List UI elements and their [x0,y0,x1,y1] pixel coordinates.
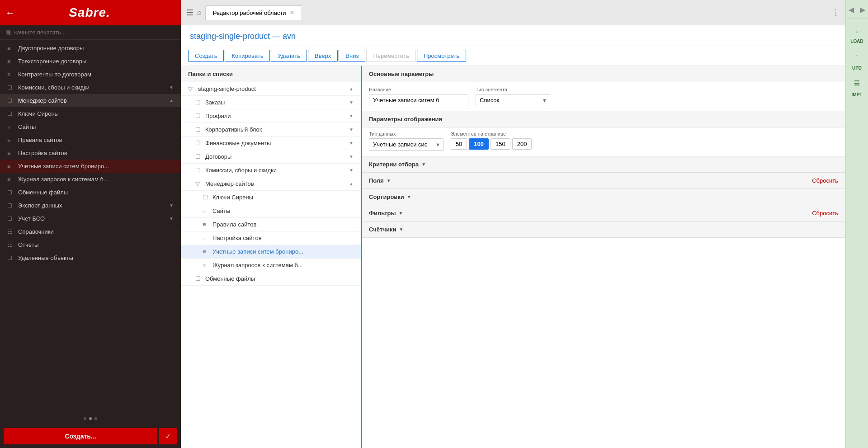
filters-header[interactable]: Фильтры ▼ Сбросить [362,205,845,221]
sidebar-item-site-rules[interactable]: ≡ Правила сайтов [0,133,181,146]
update-button[interactable]: ↑ [848,48,866,65]
back-button[interactable]: ← [5,8,14,18]
tab-close-button[interactable]: ✕ [290,9,294,16]
menu-button[interactable]: ☰ [186,8,193,18]
more-button[interactable]: ⋮ [832,8,840,18]
sidebar-item-bso[interactable]: ☐ Учет БСО ▼ [0,212,181,225]
folder-icon: ☐ [7,203,14,209]
chevron-down-icon: ▼ [349,168,354,173]
folder-sites[interactable]: ≡ Сайты [181,204,361,218]
folder-site-manager[interactable]: ▽ Менеджер сайтов ▲ [181,177,361,191]
fields-header[interactable]: Поля ▼ Сбросить [362,173,845,189]
chevron-down-icon: ▼ [421,162,426,167]
filter-icon: ▦ [5,29,11,36]
chevron-down-icon: ▼ [169,85,174,90]
search-input[interactable] [14,29,175,36]
sidebar-item-counterparties[interactable]: ≡ Контрагенты по договорам [0,68,181,81]
sidebar-item-site-settings[interactable]: ≡ Настройка сайтов [0,146,181,160]
folder-root-item[interactable]: ▽ staging-single-product ▲ [181,82,361,96]
display-params-header: Параметры отображения [362,111,845,127]
down-button[interactable]: Вниз [339,50,365,62]
page-count-150[interactable]: 150 [491,138,510,150]
reset-filters-button[interactable]: Сбросить [812,210,838,217]
list-icon: ≡ [7,58,14,65]
chevron-down-icon: ▼ [349,141,354,146]
import-icon[interactable]: ☷ [848,75,866,91]
create-item-button[interactable]: Создать [188,50,224,62]
grid-icon: ☷ [7,229,14,235]
name-input[interactable] [369,94,468,106]
chevron-down-icon: ▼ [349,100,354,105]
move-button[interactable]: Переместить [366,50,416,62]
sidebar-item-directories[interactable]: ☷ Справочники [0,225,181,238]
chevron-down-icon: ▼ [169,203,174,208]
list-icon: ≡ [203,248,210,255]
sidebar-item-site-manager[interactable]: ☐ Менеджер сайтов ▲ [0,94,181,107]
sidebar-footer: Создать... ✓ [0,424,181,448]
folder-fin-docs[interactable]: ☐ Финансовые документы ▼ [181,137,361,150]
folder-profiles[interactable]: ☐ Профили ▼ [181,109,361,123]
up-button[interactable]: Вверх [308,50,338,62]
sidebar-item-trilateral[interactable]: ≡ Трехсторонние договоры [0,55,181,68]
page-count-100[interactable]: 100 [469,138,489,150]
list-icon: ≡ [203,235,210,241]
data-type-field: Тип данных Учетные записи сис ▼ [369,131,443,151]
reset-fields-button[interactable]: Сбросить [812,177,838,184]
sidebar-item-request-log[interactable]: ≡ Журнал запросов к системам б... [0,173,181,186]
sidebar-item-bilateral[interactable]: ≡ Двусторонние договоры [0,42,181,55]
expand-icon: ▽ [195,180,203,187]
sidebar-nav: ≡ Двусторонние договоры ≡ Трехсторонние … [0,40,181,413]
home-button[interactable]: ⌂ [197,9,202,17]
upd-label: UPD [852,66,862,71]
filters-section: Фильтры ▼ Сбросить [362,205,845,222]
folder-request-log[interactable]: ≡ Журнал запросов к системам б... [181,259,361,272]
nav-next-button[interactable]: ▶ [857,4,868,16]
create-button[interactable]: Создать... [4,428,157,444]
sidebar-item-exchange-files[interactable]: ☐ Обменные файлы [0,186,181,199]
counters-header[interactable]: Счётчики ▼ [362,222,845,237]
delete-button[interactable]: Удалить [271,50,307,62]
page-count-200[interactable]: 200 [512,138,532,150]
folder-icon: ☐ [7,216,14,222]
report-icon: ☷ [7,242,14,248]
chevron-down-icon: ▼ [349,127,354,132]
sorting-title: Сортировки [369,193,404,200]
criteria-header[interactable]: Критерии отбора ▼ [362,156,845,172]
copy-button[interactable]: Копировать [225,50,270,62]
sorting-header[interactable]: Сортировки ▼ [362,189,845,205]
sidebar-item-data-export[interactable]: ☐ Экспорт данных ▼ [0,199,181,212]
folder-orders[interactable]: ☐ Заказы ▼ [181,96,361,109]
view-button[interactable]: Просмотреть [417,50,466,62]
folder-siren-keys[interactable]: ☐ Ключи Сирены [181,191,361,204]
folder-corp-block[interactable]: ☐ Корпоративный блок ▼ [181,123,361,137]
folder-icon: ☐ [195,99,203,106]
create-chevron-button[interactable]: ✓ [159,428,177,444]
sidebar-item-remote-objects[interactable]: ☐ Удаленные объекты [0,251,181,264]
folder-commissions[interactable]: ☐ Комиссии, сборы и скидки ▼ [181,164,361,177]
chevron-down-icon: ▼ [169,216,174,221]
nav-prev-button[interactable]: ◀ [846,4,857,16]
type-select[interactable]: Список [476,94,539,106]
sidebar-item-siren-keys[interactable]: ☐ Ключи Сирены [0,107,181,120]
folder-site-settings[interactable]: ≡ Настройка сайтов [181,231,361,245]
sidebar-item-commissions[interactable]: ☐ Комиссии, сборы и скидки ▼ [0,81,181,94]
folders-panel: Папки и списки ▽ staging-single-product … [181,66,362,448]
folder-booking-accounts[interactable]: ≡ Учетные записи ситем бронирo... [181,245,361,259]
main-params-header: Основные параметры [362,66,845,82]
folder-site-rules[interactable]: ≡ Правила сайтов [181,218,361,231]
workspace-tab[interactable]: Редактор рабочей области ✕ [205,5,302,20]
display-params-row: Тип данных Учетные записи сис ▼ Элементо… [362,127,845,156]
chevron-up-icon: ▲ [169,98,174,103]
folder-contracts[interactable]: ☐ Договоры ▼ [181,150,361,164]
sidebar-item-sites[interactable]: ≡ Сайты [0,120,181,133]
sidebar-item-booking-accounts[interactable]: ≡ Учетные записи ситем бронирo... [0,160,181,173]
sidebar-item-reports[interactable]: ☷ Отчёты [0,238,181,251]
page-count-50[interactable]: 50 [451,138,467,150]
data-type-select[interactable]: Учетные записи сис [369,139,433,150]
download-button[interactable]: ↓ [848,22,866,38]
list-icon: ≡ [7,71,14,78]
data-type-select-wrap: Учетные записи сис ▼ [369,138,443,151]
main-params-row: Название Тип элемента Список ▼ [362,82,845,111]
folder-exchange-files[interactable]: ☐ Обменные файлы [181,272,361,286]
chevron-down-icon: ▼ [399,227,403,232]
